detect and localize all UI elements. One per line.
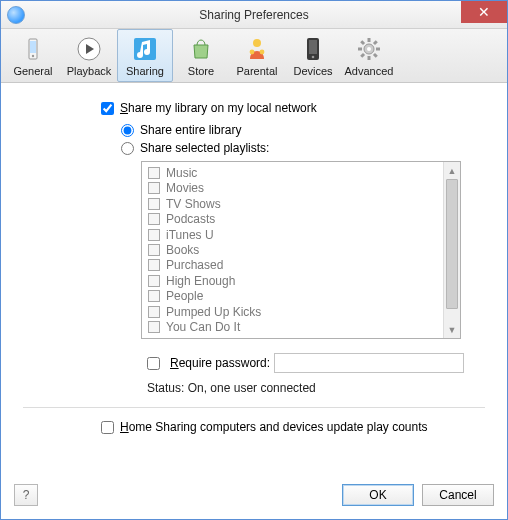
playlist-checkbox[interactable] [148,290,160,302]
playlist-checkbox[interactable] [148,213,160,225]
tab-devices[interactable]: Devices [285,29,341,82]
status-text: Status: On, one user connected [147,381,485,395]
home-sharing-checkbox[interactable] [101,421,114,434]
require-password-checkbox[interactable] [147,357,160,370]
svg-point-8 [260,49,265,54]
list-item[interactable]: TV Shows [148,196,460,211]
playlist-checkbox[interactable] [148,275,160,287]
scroll-up-arrow-icon[interactable]: ▲ [444,162,460,179]
cancel-button[interactable]: Cancel [422,484,494,506]
playlist-name: High Enough [166,274,235,288]
list-item[interactable]: Music [148,165,460,180]
list-item[interactable]: Pumped Up Kicks [148,304,460,319]
tab-label: Sharing [126,65,164,77]
share-library-label: Share my library on my local network [120,101,317,115]
share-selected-radio[interactable] [121,142,134,155]
playlist-checkbox[interactable] [148,306,160,318]
list-item[interactable]: You Can Do It [148,320,460,335]
bag-icon [187,35,215,63]
tab-parental[interactable]: Parental [229,29,285,82]
list-item[interactable]: People [148,289,460,304]
tab-label: Parental [237,65,278,77]
app-icon [7,6,25,24]
gear-icon [355,35,383,63]
list-item[interactable]: Purchased [148,258,460,273]
require-password-label: Require password: [170,356,270,370]
list-item[interactable]: iTunes U [148,227,460,242]
preferences-tabs: General Playback Sharing Store Parental … [1,29,507,83]
titlebar: Sharing Preferences ✕ [1,1,507,29]
music-note-icon [131,35,159,63]
playlist-name: iTunes U [166,228,214,242]
dialog-footer: ? OK Cancel [0,474,508,520]
svg-line-16 [361,53,364,56]
playlist-name: Purchased [166,258,223,272]
svg-point-7 [250,49,255,54]
scroll-thumb[interactable] [446,179,458,309]
scroll-down-arrow-icon[interactable]: ▼ [444,321,460,338]
phone-icon [19,35,47,63]
playlist-checkbox[interactable] [148,229,160,241]
scroll-track[interactable] [444,309,460,321]
svg-line-18 [361,41,364,44]
require-password-row: Require password: [147,353,485,373]
playlist-name: TV Shows [166,197,221,211]
share-entire-row[interactable]: Share entire library [121,123,485,137]
list-item[interactable]: High Enough [148,273,460,288]
playlist-name: Music [166,166,197,180]
playlist-checkbox[interactable] [148,259,160,271]
svg-line-20 [374,41,377,44]
home-sharing-label: Home Sharing computers and devices updat… [120,420,428,434]
share-selected-row[interactable]: Share selected playlists: [121,141,485,155]
playlist-checkbox[interactable] [148,321,160,333]
share-library-checkbox[interactable] [101,102,114,115]
list-item[interactable]: Books [148,242,460,257]
list-item[interactable]: Movies [148,180,460,195]
playlist-checkbox[interactable] [148,198,160,210]
svg-point-21 [367,47,371,51]
playlist-listbox[interactable]: MusicMoviesTV ShowsPodcastsiTunes UBooks… [141,161,461,339]
window-title: Sharing Preferences [1,8,507,22]
svg-line-14 [374,53,377,56]
close-button[interactable]: ✕ [461,1,507,23]
playlist-name: Podcasts [166,212,215,226]
separator [23,407,485,408]
playlist-name: Books [166,243,199,257]
tab-label: Store [188,65,214,77]
playlist-name: People [166,289,203,303]
playlist-name: You Can Do It [166,320,240,334]
svg-rect-10 [309,40,317,54]
tab-playback[interactable]: Playback [61,29,117,82]
tab-label: Devices [293,65,332,77]
tab-label: General [13,65,52,77]
playlist-name: Pumped Up Kicks [166,305,261,319]
scrollbar[interactable]: ▲ ▼ [443,162,460,338]
people-icon [243,35,271,63]
tab-advanced[interactable]: Advanced [341,29,397,82]
device-icon [299,35,327,63]
share-entire-label: Share entire library [140,123,241,137]
home-sharing-row[interactable]: Home Sharing computers and devices updat… [101,420,485,434]
ok-button[interactable]: OK [342,484,414,506]
svg-rect-1 [30,41,36,53]
tab-sharing[interactable]: Sharing [117,29,173,82]
share-selected-label: Share selected playlists: [140,141,269,155]
playlist-name: Movies [166,181,204,195]
help-icon: ? [23,488,30,502]
tab-general[interactable]: General [5,29,61,82]
close-icon: ✕ [478,5,490,19]
help-button[interactable]: ? [14,484,38,506]
svg-point-2 [32,54,34,56]
svg-point-6 [253,39,261,47]
playlist-checkbox[interactable] [148,182,160,194]
playlist-checkbox[interactable] [148,244,160,256]
tab-label: Advanced [345,65,394,77]
tab-store[interactable]: Store [173,29,229,82]
list-item[interactable]: Podcasts [148,211,460,226]
play-icon [75,35,103,63]
share-entire-radio[interactable] [121,124,134,137]
share-library-row[interactable]: Share my library on my local network [101,101,485,115]
password-input[interactable] [274,353,464,373]
svg-point-11 [312,55,315,58]
playlist-checkbox[interactable] [148,167,160,179]
